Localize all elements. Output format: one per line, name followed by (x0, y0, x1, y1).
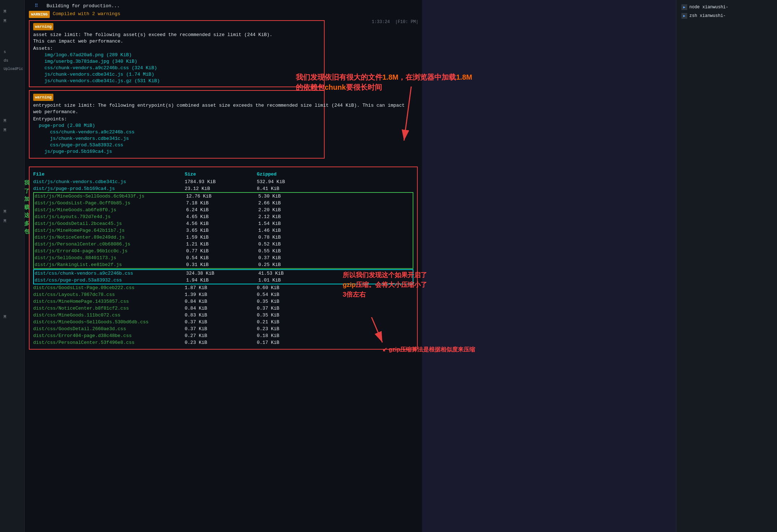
building-text: Building for production... (41, 3, 119, 9)
entry-4: css/puge-prod.53a83932.css (33, 142, 320, 148)
entry-5: js/puge-prod.5b169ca4.js (33, 148, 320, 155)
zsh-label: zsh xianwushi- (689, 13, 726, 18)
col-header-size: Size (185, 172, 257, 177)
sidebar-spacer4 (0, 226, 24, 312)
assets-label-line: Assets: (33, 45, 320, 52)
arrow-svg-2 (361, 317, 397, 346)
sidebar-item-m5: M (0, 207, 24, 217)
sidebar: M M s ds UploadPic M M M M M (0, 0, 25, 532)
node-label: node xianwushi- (689, 5, 728, 10)
warning-compiled-line: WARNING Compiled with 2 warnings 1:33:24… (29, 11, 418, 18)
sidebar-item-m7: M (0, 312, 24, 322)
table-row: dist/css/PersonalCenter.53f496e8.css 0.2… (33, 339, 413, 346)
table-container: File Size Gzipped dist/js/chunk-vendors.… (29, 167, 418, 350)
table-row: dist/js/Layouts.792d7e4d.js 4.65 KiB 2.1… (35, 213, 412, 220)
table-row: dist/js/PersonalCenter.c0b68086.js 1.21 … (35, 241, 412, 248)
table-row: dist/css/NoticeCenter.b8f81cf2.css 0.84 … (33, 305, 413, 312)
annotation-gzip-algo: ↙ gzip压缩算法是根据相似度来压缩 (382, 346, 475, 354)
sidebar-item-m4: M (0, 126, 24, 135)
table-row: dist/js/chunk-vendors.cdbe341c.js 1784.9… (33, 178, 413, 185)
table-row: dist/js/RankingList.ee81be2f.js 0.31 KiB… (35, 261, 412, 268)
entry-3: js/chunk-vendors.cdbe341c.js (33, 136, 320, 142)
zsh-item[interactable]: ▶ zsh xianwushi- (679, 12, 774, 20)
sidebar-item-2: M (0, 17, 24, 26)
node-icon: ▶ (681, 4, 687, 10)
warning2-line2: web performance. (33, 109, 320, 115)
arrow-svg-1 (397, 87, 426, 144)
table-row: dist/js/MineGoods~SellGoods.6c9b433f.js … (35, 193, 412, 200)
assets-label: Assets: (33, 45, 53, 52)
green-highlighted-group: dist/js/MineGoods~SellGoods.6c9b433f.js … (33, 192, 413, 269)
col-header-file: File (33, 172, 185, 177)
table-row: dist/css/GoodsDetail.2660ae3d.css 0.37 K… (33, 325, 413, 332)
sidebar-item-s: s (0, 48, 24, 56)
warning2-text2: web performance. (33, 109, 78, 115)
warning2-line1: entrypoint size limit: The following ent… (33, 102, 320, 109)
table-row: dist/css/MineGoods~SellGoods.530bd6db.cs… (33, 319, 413, 325)
warning2-badge-line: warning (33, 94, 320, 101)
warning2-text1: entrypoint size limit: The following ent… (33, 102, 405, 109)
sidebar-item-m3: M (0, 116, 24, 126)
sidebar-item-m6: M (0, 217, 24, 226)
warning-box-1: warning asset size limit: The following … (29, 20, 325, 87)
annotation-gzip: 所以我们发现这个如果开启了gzip压缩。会将大小压缩小了3倍左右 (343, 270, 469, 300)
table-row: dist/css/MineGoods.111bc072.css 0.83 KiB… (33, 312, 413, 319)
annotation-1.8m: 我们发现依旧有很大的文件1.8M，在浏览器中加载1.8M的依赖包chunk要很长… (296, 72, 476, 92)
table-header: File Size Gzipped (33, 170, 413, 178)
entrypoints-label-line: Entrypoints: (33, 116, 320, 123)
table-row: dist/css/Error404-page.d38c48be.css 0.27… (33, 332, 413, 339)
sidebar-item-uploadpic: UploadPic (0, 65, 24, 73)
warning1-text1: asset size limit: The following asset(s)… (33, 32, 272, 38)
entry-2: css/chunk-vendors.a9c2246b.css (33, 129, 320, 136)
table-row: dist/js/Error404-page.96b1cc0c.js 0.77 K… (35, 248, 412, 254)
sidebar-spacer3 (0, 135, 24, 207)
warning2-badge: warning (33, 94, 53, 101)
table-row: dist/js/SellGoods.88401173.js 0.54 KiB 0… (35, 254, 412, 261)
compiled-text: Compiled with 2 warnings (53, 11, 120, 17)
table-row: dist/js/MineGoods.ab6fe8f0.js 6.24 KiB 2… (35, 207, 412, 213)
table-row: dist/js/MineHomePage.642b11b7.js 3.65 Ki… (35, 227, 412, 234)
sidebar-spacer (0, 26, 24, 48)
timestamp: 1:33:24 |F10: PM| (372, 19, 418, 25)
warning-box-2: warning entrypoint size limit: The follo… (29, 90, 325, 159)
warning1-badge: warning (33, 23, 53, 30)
sidebar-spacer2 (0, 73, 24, 116)
entry-1: puge-prod (2.08 MiB) (33, 123, 320, 129)
table-row: dist/js/NoticeCenter.89e249dd.js 1.59 Ki… (35, 234, 412, 241)
svg-line-1 (404, 87, 411, 141)
table-section: 这些是我启用了路由懒加载才分出这多js包 M M M M File Size G… (29, 164, 418, 350)
svg-line-3 (372, 317, 382, 342)
asset-1: img/logo.67ad20a6.png (289 KiB) (33, 52, 320, 58)
table-row: dist/js/puge-prod.5b169ca4.js 23.12 KiB … (33, 185, 413, 192)
annotation-lazy-load: 这些是我启用了路由懒加载才分出这多js包 (25, 179, 30, 236)
table-row: dist/js/GoodsList-Page.0cff0b85.js 7.18 … (35, 200, 412, 207)
right-panel: ▶ node xianwushi- ▶ zsh xianwushi- (676, 0, 777, 532)
warning1-text2: This can impact web performance. (33, 38, 123, 45)
asset-2: img/userbg.3b781dae.jpg (340 KiB) (33, 58, 320, 65)
asset-5: js/chunk-vendors.cdbe341c.js.gz (531 KiB… (33, 78, 320, 84)
sidebar-item-ds: ds (0, 56, 24, 65)
node-item[interactable]: ▶ node xianwushi- (679, 3, 774, 12)
warning1-badge-line: warning (33, 23, 320, 30)
building-line: ⠿ Building for production... (29, 3, 418, 9)
sidebar-item-1: M (0, 7, 24, 17)
asset-3: css/chunk-vendors.a9c2246b.css (324 KiB) (33, 65, 320, 71)
zsh-icon: ▶ (681, 13, 687, 19)
asset-4: js/chunk-vendors.cdbe341c.js (1.74 MiB) (33, 71, 320, 78)
warning1-line1: asset size limit: The following asset(s)… (33, 32, 320, 38)
warning-badge: WARNING (29, 11, 50, 18)
col-header-gzip: Gzipped (257, 172, 329, 177)
entrypoints-label: Entrypoints: (33, 116, 67, 123)
table-row: dist/js/GoodsDetail.2bceac45.js 4.56 KiB… (35, 220, 412, 227)
warning1-line2: This can impact web performance. (33, 38, 320, 45)
